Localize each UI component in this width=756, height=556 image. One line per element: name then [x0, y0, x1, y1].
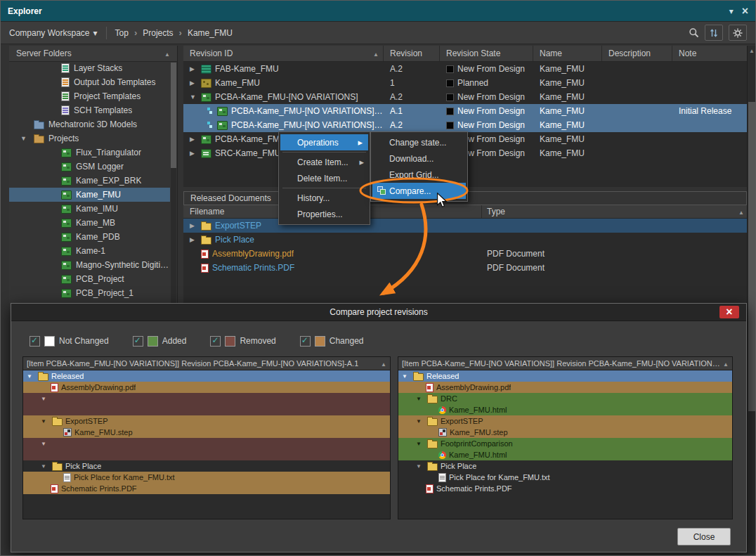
collapse-icon[interactable]: [164, 49, 170, 58]
sidebar-item-kame-imu[interactable]: Kame_IMU: [9, 202, 170, 216]
expanded-arrow-icon[interactable]: [41, 463, 49, 470]
tree-row-folder[interactable]: Pick Place: [23, 460, 390, 472]
sidebar-item-output-job-templates[interactable]: Output Job Templates: [9, 75, 170, 89]
collapsed-arrow-icon[interactable]: [190, 79, 197, 86]
menu-item-create-item[interactable]: Create Item...: [279, 154, 370, 170]
removed-checkbox[interactable]: [210, 336, 221, 347]
menu-item-export-grid[interactable]: Export Grid...: [371, 167, 467, 183]
server-folders-header[interactable]: Server Folders: [9, 46, 177, 62]
tree-row-file[interactable]: Pick Place for Kame_FMU.txt: [398, 472, 732, 483]
table-row-selected[interactable]: PCBA-Kame_FMU-[NO VARIATIONS]-A.2 A.2 Ne…: [183, 118, 747, 132]
document-row[interactable]: Pick Place: [183, 233, 747, 247]
expanded-arrow-icon[interactable]: [416, 418, 424, 425]
main-scrollbar-thumb[interactable]: [748, 102, 755, 411]
tree-row-released[interactable]: Released: [23, 370, 390, 382]
tree-row-folder-added[interactable]: DRC: [398, 393, 732, 404]
tree-row-file-added[interactable]: Kame_FMU.html: [398, 449, 732, 460]
close-button[interactable]: Close: [677, 528, 731, 545]
tree-row-file[interactable]: Kame_FMU.step: [23, 427, 390, 438]
sidebar-item-layer-stacks[interactable]: Layer Stacks: [9, 61, 170, 75]
tree-row-file[interactable]: Kame_FMU.step: [398, 427, 732, 438]
breadcrumb-top[interactable]: Top: [115, 28, 129, 38]
tree-row-folder[interactable]: ExportSTEP: [398, 415, 732, 427]
compare-panel-right-header[interactable]: [Item PCBA-Kame_FMU-[NO VARIATIONS]] Rev…: [398, 357, 732, 370]
tree-row-file[interactable]: Schematic Prints.PDF: [23, 483, 390, 494]
document-row[interactable]: Schematic Prints.PDF PDF Document: [183, 261, 747, 275]
expanded-arrow-icon[interactable]: [20, 135, 30, 142]
expanded-arrow-icon[interactable]: [41, 396, 49, 402]
menu-item-change-state[interactable]: Change state...: [371, 134, 467, 150]
tree-row-removed[interactable]: [23, 393, 390, 404]
tree-row-folder-added[interactable]: FootprintComparison: [398, 438, 732, 449]
sidebar-item-kame-pdb[interactable]: Kame_PDB: [9, 230, 170, 244]
collapsed-arrow-icon[interactable]: [190, 65, 197, 72]
expanded-arrow-icon[interactable]: [416, 441, 424, 447]
column-header-description[interactable]: Description: [602, 46, 672, 61]
main-scrollbar[interactable]: [747, 46, 756, 554]
expanded-arrow-icon[interactable]: [41, 441, 49, 447]
expanded-arrow-icon[interactable]: [190, 93, 197, 101]
column-header-revision-id[interactable]: Revision ID: [183, 46, 384, 61]
tree-row-folder[interactable]: ExportSTEP: [23, 415, 390, 427]
menu-item-compare[interactable]: Compare...: [372, 183, 466, 199]
menu-item-properties[interactable]: Properties...: [279, 206, 370, 222]
sidebar-item-gsm-logger[interactable]: GSM Logger: [9, 160, 170, 174]
sidebar-item-magno-synthetic-digitizer[interactable]: Magno-Synthetic Digitizer: [9, 258, 170, 272]
added-checkbox[interactable]: [133, 336, 143, 347]
document-row[interactable]: AssemblyDrawing.pdf PDF Document: [183, 247, 747, 261]
sidebar-item-pcb-project-1[interactable]: PCB_Project_1: [9, 286, 170, 300]
column-header-note[interactable]: Note: [672, 46, 747, 61]
collapsed-arrow-icon[interactable]: [190, 150, 197, 157]
column-header-type[interactable]: Type: [482, 205, 747, 218]
expanded-arrow-icon[interactable]: [416, 396, 424, 402]
scroll-up-icon[interactable]: [748, 46, 756, 56]
sidebar-item-kame-1[interactable]: Kame-1: [9, 244, 170, 258]
not-changed-checkbox[interactable]: [30, 336, 40, 347]
table-row[interactable]: FAB-Kame_FMU A.2 New From Design Kame_FM…: [183, 62, 747, 76]
compare-panel-left-header[interactable]: [Item PCBA-Kame_FMU-[NO VARIATIONS]] Rev…: [23, 357, 390, 370]
dialog-close-button[interactable]: [719, 306, 739, 318]
menu-item-operations[interactable]: Operations: [280, 134, 368, 150]
menu-item-download[interactable]: Download...: [371, 150, 467, 167]
column-header-revision-state[interactable]: Revision State: [440, 46, 533, 61]
menu-item-history[interactable]: History...: [279, 190, 370, 206]
tree-row-file[interactable]: Pick Place for Kame_FMU.txt: [23, 472, 390, 483]
sidebar-scrollbar-thumb[interactable]: [171, 63, 176, 168]
collapsed-arrow-icon[interactable]: [190, 236, 197, 243]
breadcrumb-kame-fmu[interactable]: Kame_FMU: [188, 28, 233, 38]
menu-item-delete-item[interactable]: Delete Item...: [279, 170, 370, 186]
tree-row-file[interactable]: Schematic Prints.PDF: [398, 483, 732, 494]
tree-row-released[interactable]: Released: [398, 370, 732, 382]
sidebar-item-flux-triangulator[interactable]: Flux_Triangulator: [9, 146, 170, 160]
tree-row-removed[interactable]: [23, 404, 390, 415]
column-header-revision[interactable]: Revision: [384, 46, 440, 61]
breadcrumb-projects[interactable]: Projects: [143, 28, 173, 38]
expanded-arrow-icon[interactable]: [41, 418, 49, 425]
expanded-arrow-icon[interactable]: [402, 373, 410, 380]
workspace-selector[interactable]: Company Workspace: [9, 28, 98, 38]
sidebar-item-sch-templates[interactable]: SCH Templates: [9, 103, 170, 117]
table-row-selected[interactable]: PCBA-Kame_FMU-[NO VARIATIONS]-A.1 A.1 Ne…: [183, 104, 747, 118]
sync-button[interactable]: [705, 25, 723, 41]
column-header-name[interactable]: Name: [533, 46, 602, 61]
sidebar-item-kame-exp-brk[interactable]: Kame_EXP_BRK: [9, 174, 170, 188]
collapsed-arrow-icon[interactable]: [190, 222, 197, 229]
panel-close-icon[interactable]: [742, 5, 748, 18]
tree-row-file[interactable]: AssemblyDrawing.pdf: [23, 382, 390, 393]
collapsed-arrow-icon[interactable]: [190, 136, 197, 143]
sidebar-item-kame-fmu[interactable]: Kame_FMU: [9, 188, 170, 202]
changed-checkbox[interactable]: [300, 336, 311, 347]
settings-button[interactable]: [729, 25, 747, 41]
document-row-selected[interactable]: ExportSTEP: [183, 219, 747, 233]
panel-menu-icon[interactable]: [729, 6, 734, 16]
tree-row-file-added[interactable]: Kame_FMU.html: [398, 404, 732, 415]
expanded-arrow-icon[interactable]: [27, 373, 35, 380]
sidebar-item-projects[interactable]: Projects: [9, 131, 170, 146]
sidebar-item-kame-mb[interactable]: Kame_MB: [9, 216, 170, 230]
table-row[interactable]: Kame_FMU 1 Planned Kame_FMU: [183, 76, 747, 90]
tree-row-folder[interactable]: Pick Place: [398, 460, 732, 472]
tree-row-removed[interactable]: [23, 438, 390, 449]
search-icon[interactable]: [689, 27, 699, 38]
tree-row-file[interactable]: AssemblyDrawing.pdf: [398, 382, 732, 393]
table-row[interactable]: PCBA-Kame_FMU-[NO VARIATIONS] A.2 New Fr…: [183, 90, 747, 104]
